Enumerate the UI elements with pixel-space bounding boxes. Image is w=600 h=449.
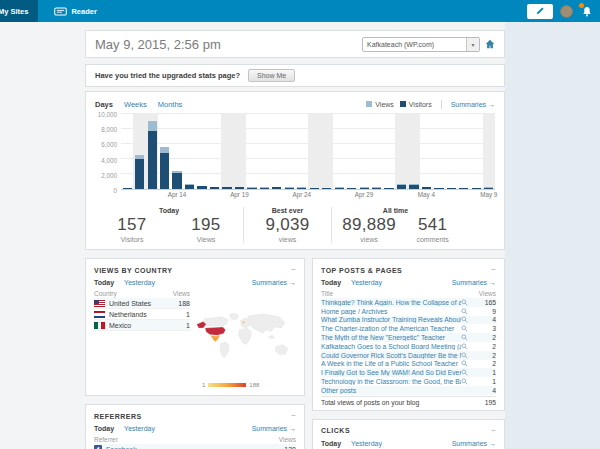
tab-today[interactable]: Today (94, 279, 114, 286)
visitors-bar (272, 187, 281, 189)
tab-yesterday[interactable]: Yesterday (351, 279, 382, 286)
post-title-link[interactable]: A Week in the Life of a Public School Te… (321, 360, 461, 367)
post-title-link[interactable]: Technology in the Classroom: the Good, t… (321, 378, 461, 385)
summaries-link[interactable]: Summaries → (252, 425, 296, 432)
post-title-link[interactable]: What Zumba Instructor Training Reveals A… (321, 316, 461, 323)
post-views: 9 (474, 308, 496, 315)
referrer-name[interactable]: Facebook (106, 446, 274, 449)
chart-bar-slot[interactable] (283, 114, 295, 189)
chart-bar-slot[interactable] (358, 114, 370, 189)
tab-today[interactable]: Today (94, 425, 114, 432)
new-post-button[interactable] (527, 4, 553, 19)
minimize-icon[interactable]: − (491, 266, 496, 274)
avatar[interactable] (560, 5, 573, 18)
tab-weeks[interactable]: Weeks (124, 100, 147, 109)
chart-bar-slot[interactable] (146, 114, 158, 189)
chart-bar-slot[interactable] (470, 114, 482, 189)
chart-bar-slot[interactable] (445, 114, 457, 189)
magnifier-icon[interactable] (461, 299, 474, 306)
chart-bar-slot[interactable] (370, 114, 382, 189)
magnifier-icon[interactable] (461, 360, 474, 367)
post-title-link[interactable]: Could Governor Rick Scott's Daughter Be … (321, 352, 461, 359)
referrer-row: fFacebook130 (94, 444, 296, 449)
chevron-down-icon[interactable]: ▾ (466, 38, 479, 51)
home-icon[interactable] (485, 39, 495, 49)
summary-cells: 89,889views541comments (332, 215, 459, 243)
gradient-bar (208, 383, 246, 387)
summaries-link[interactable]: Summaries → (452, 440, 496, 447)
chart-bar-slot[interactable] (308, 114, 320, 189)
chart-bar-slot[interactable] (433, 114, 445, 189)
chart-plot[interactable] (121, 114, 495, 190)
chart-bar-slot[interactable] (258, 114, 270, 189)
post-title-link[interactable]: The Myth of the New "Energetic" Teacher (321, 334, 461, 341)
magnifier-icon[interactable] (461, 369, 474, 376)
post-title-link[interactable]: The Charter-ization of the American Teac… (321, 325, 461, 332)
show-me-button[interactable]: Show Me (248, 69, 295, 82)
chart-bar-slot[interactable] (133, 114, 145, 189)
chart-bar-slot[interactable] (345, 114, 357, 189)
chart-bar-slot[interactable] (246, 114, 258, 189)
post-views: 3 (474, 325, 496, 332)
chart-bar-slot[interactable] (183, 114, 195, 189)
chart-bar-slot[interactable] (420, 114, 432, 189)
post-title-link[interactable]: I Finally Got to See My WAM! And So Did … (321, 369, 461, 376)
tab-yesterday[interactable]: Yesterday (351, 440, 382, 447)
chart-bar-slot[interactable] (296, 114, 308, 189)
tab-months[interactable]: Months (158, 100, 183, 109)
minimize-icon[interactable]: − (291, 266, 296, 274)
country-row: United States188 (94, 298, 190, 309)
tab-days[interactable]: Days (95, 100, 113, 109)
summaries-link[interactable]: Summaries → (252, 279, 296, 286)
map-asia (248, 314, 285, 333)
magnifier-icon[interactable] (461, 325, 474, 332)
chart-bar-slot[interactable] (196, 114, 208, 189)
magnifier-icon[interactable] (461, 378, 474, 385)
chart-bar-slot[interactable] (483, 114, 495, 189)
tab-yesterday[interactable]: Yesterday (124, 425, 155, 432)
chart-bar-slot[interactable] (171, 114, 183, 189)
magnifier-icon[interactable] (461, 308, 474, 315)
chart-bar-slot[interactable] (321, 114, 333, 189)
tab-yesterday[interactable]: Yesterday (124, 279, 155, 286)
magnifier-icon[interactable] (461, 352, 474, 359)
visitors-bar (185, 185, 194, 189)
visitors-bar (322, 188, 331, 189)
chart-bar-slot[interactable] (158, 114, 170, 189)
chart-bar-slot[interactable] (221, 114, 233, 189)
tab-today[interactable]: Today (321, 440, 341, 447)
magnifier-icon[interactable] (461, 343, 474, 350)
tab-today[interactable]: Today (321, 279, 341, 286)
magnifier-icon[interactable] (461, 316, 474, 323)
reader-tab[interactable]: Reader (54, 7, 96, 16)
post-row: Technology in the Classroom: the Good, t… (321, 377, 496, 386)
minimize-icon[interactable]: − (491, 427, 496, 435)
total-value: 195 (474, 399, 496, 406)
visitors-bar (160, 153, 169, 189)
notifications-bell[interactable] (580, 4, 593, 18)
post-title-link[interactable]: Thinkgate? Think Again. How the Collapse… (321, 299, 461, 306)
chart-bar-slot[interactable] (408, 114, 420, 189)
post-title-link[interactable]: Other posts (321, 387, 461, 394)
chart-bar-slot[interactable] (383, 114, 395, 189)
minimize-icon[interactable]: − (291, 412, 296, 420)
chart-bar-slot[interactable] (395, 114, 407, 189)
post-title-link[interactable]: Home page / Archives (321, 308, 461, 315)
chart-bar-slot[interactable] (458, 114, 470, 189)
chart-summaries-link[interactable]: Summaries → (451, 101, 495, 108)
visitors-bar (484, 188, 493, 190)
chart-bar-slot[interactable] (333, 114, 345, 189)
map-greenland (229, 313, 238, 319)
summaries-link[interactable]: Summaries → (452, 279, 496, 286)
chart-bar-slot[interactable] (271, 114, 283, 189)
chart-bar-slot[interactable] (233, 114, 245, 189)
my-sites-tab[interactable]: My Sites (0, 0, 38, 22)
site-selector[interactable]: Kafkateach (WP.com) ▾ (362, 37, 480, 52)
chart-bar-slot[interactable] (208, 114, 220, 189)
post-title-link[interactable]: Kafkateach Goes to a School Board Meetin… (321, 343, 461, 350)
visitors-bar (123, 188, 132, 189)
map-netherlands-dot (243, 322, 245, 324)
magnifier-icon[interactable] (461, 334, 474, 341)
chart-bar-slot[interactable] (121, 114, 133, 189)
stat-value: 195 (191, 215, 220, 235)
